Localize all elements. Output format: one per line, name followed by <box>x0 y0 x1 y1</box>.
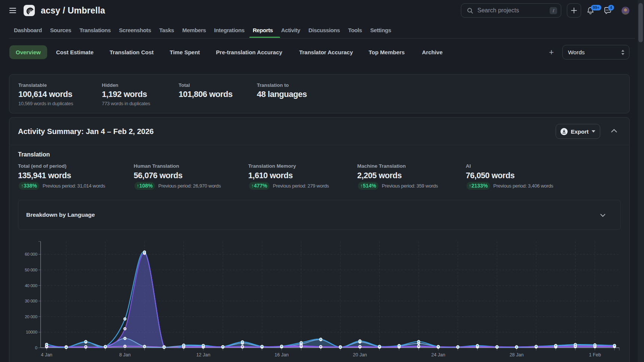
svg-text:60 000: 60 000 <box>25 252 37 256</box>
svg-text:24 Jan: 24 Jan <box>431 352 446 358</box>
svg-text:30 000: 30 000 <box>25 299 37 303</box>
svg-text:8 Jan: 8 Jan <box>119 352 131 358</box>
svg-text:40 000: 40 000 <box>25 283 37 288</box>
svg-text:4 Jan: 4 Jan <box>41 352 52 358</box>
svg-text:16 Jan: 16 Jan <box>274 352 289 358</box>
svg-text:20 000: 20 000 <box>25 314 37 319</box>
svg-text:20 Jan: 20 Jan <box>353 352 367 358</box>
svg-text:12 Jan: 12 Jan <box>196 352 210 358</box>
svg-text:0: 0 <box>35 346 37 350</box>
svg-text:28 Jan: 28 Jan <box>510 352 524 358</box>
svg-text:50 000: 50 000 <box>25 268 37 272</box>
svg-text:10000: 10000 <box>26 330 37 334</box>
svg-text:1 Feb: 1 Feb <box>589 352 601 358</box>
